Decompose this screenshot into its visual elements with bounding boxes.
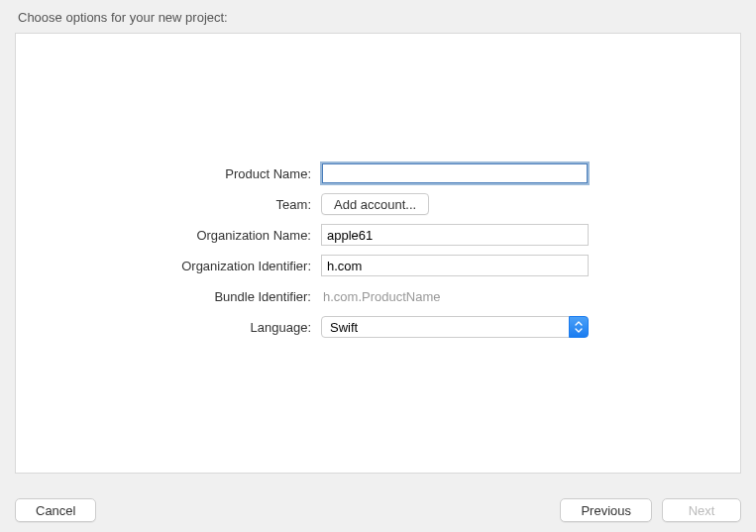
language-row: Language: Swift <box>16 316 740 338</box>
org-name-input[interactable] <box>321 224 589 246</box>
product-name-label: Product Name: <box>16 166 321 181</box>
team-row: Team: Add account... <box>16 193 740 215</box>
org-id-input[interactable] <box>321 255 589 276</box>
team-label: Team: <box>16 197 321 212</box>
bundle-id-label: Bundle Identifier: <box>16 289 321 304</box>
previous-button[interactable]: Previous <box>560 498 652 522</box>
options-panel: Product Name: Team: Add account... Organ… <box>15 33 741 474</box>
product-name-input[interactable] <box>321 162 589 184</box>
bundle-id-value: h.com.ProductName <box>321 289 441 304</box>
product-name-row: Product Name: <box>16 162 740 184</box>
add-account-button[interactable]: Add account... <box>321 193 429 215</box>
org-name-label: Organization Name: <box>16 228 321 243</box>
page-title: Choose options for your new project: <box>15 10 741 25</box>
bundle-id-row: Bundle Identifier: h.com.ProductName <box>16 285 740 307</box>
language-label: Language: <box>16 320 321 335</box>
next-button: Next <box>662 498 741 522</box>
org-id-label: Organization Identifier: <box>16 259 321 273</box>
cancel-button[interactable]: Cancel <box>15 498 96 522</box>
footer-bar: Cancel Previous Next <box>15 498 741 522</box>
language-select-wrap: Swift <box>321 316 589 338</box>
footer-right-group: Previous Next <box>560 498 741 522</box>
form-area: Product Name: Team: Add account... Organ… <box>16 162 740 347</box>
language-select[interactable]: Swift <box>321 316 589 338</box>
org-name-row: Organization Name: <box>16 224 740 246</box>
org-id-row: Organization Identifier: <box>16 255 740 276</box>
